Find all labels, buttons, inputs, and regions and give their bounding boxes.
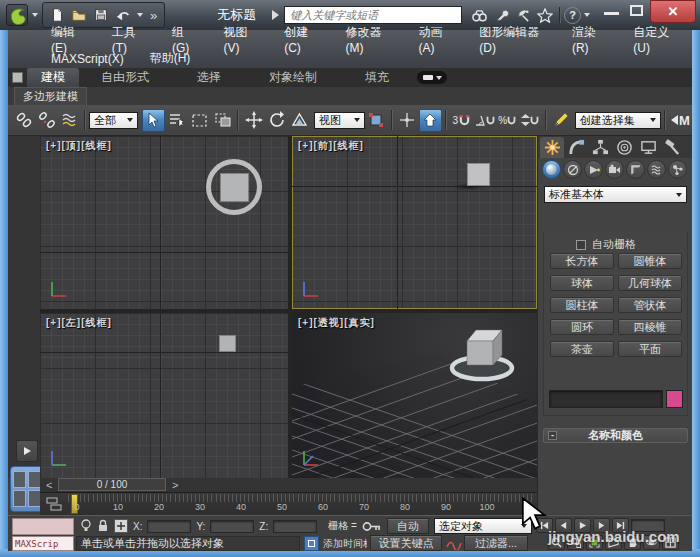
isolate-bulb-icon[interactable]	[80, 519, 92, 533]
ribbon-handle[interactable]	[12, 72, 23, 83]
edit-named-selection-sets-button[interactable]	[550, 109, 573, 132]
menu-edit[interactable]: 编辑(E)	[38, 30, 99, 49]
open-file-button[interactable]	[68, 4, 90, 26]
add-time-tag-label[interactable]: 添加时间标记	[323, 537, 367, 551]
set-key-button[interactable]: 设置关键点	[370, 535, 442, 551]
menu-animation[interactable]: 动画(A)	[405, 30, 466, 49]
menu-rendering[interactable]: 渲染(R)	[559, 30, 620, 49]
menu-modifiers[interactable]: 修改器(M)	[333, 30, 406, 49]
tab-motion[interactable]	[612, 137, 636, 158]
viewport-front[interactable]: [+][前][线框]	[292, 136, 537, 309]
orbit-button[interactable]	[643, 535, 660, 550]
primitive-tube-button[interactable]: 管状体	[618, 297, 682, 313]
z-coordinate-field[interactable]	[273, 520, 317, 533]
name-color-rollout-header[interactable]: - 名称和颜色	[543, 428, 688, 443]
menu-maxscript[interactable]: MAXScript(X)	[38, 49, 137, 68]
y-coordinate-field[interactable]	[210, 520, 254, 533]
category-helpers[interactable]	[626, 160, 645, 179]
select-and-manipulate-button[interactable]	[396, 109, 419, 132]
primitive-pyramid-button[interactable]: 四棱锥	[618, 319, 682, 335]
search-input[interactable]	[284, 6, 462, 24]
logo-caret-icon[interactable]	[32, 13, 38, 17]
tab-create[interactable]	[540, 137, 564, 158]
absolute-mode-icon[interactable]	[114, 519, 128, 533]
category-space-warps[interactable]	[647, 160, 666, 179]
maximize-viewport-toggle-button[interactable]	[662, 535, 679, 550]
select-object-button[interactable]	[142, 109, 165, 132]
tab-display[interactable]	[636, 137, 660, 158]
zoom-all-button[interactable]	[567, 535, 584, 550]
object-name-field[interactable]	[549, 390, 663, 408]
primitive-plane-button[interactable]: 平面	[618, 341, 682, 357]
field-of-view-button[interactable]	[605, 535, 622, 550]
ribbon-tab-modeling[interactable]: 建模	[27, 68, 79, 87]
undo-button[interactable]	[112, 4, 134, 26]
viewport-left-label[interactable]: [+][左][线框]	[46, 316, 112, 330]
viewport-top[interactable]: [+][顶][线框]	[40, 136, 288, 309]
save-file-button[interactable]	[90, 4, 112, 26]
add-time-tag-icon[interactable]	[304, 536, 319, 551]
primitive-cone-button[interactable]: 圆锥体	[618, 253, 682, 269]
viewport-layout-button[interactable]	[10, 466, 44, 512]
frame-next-button[interactable]: >	[172, 479, 178, 491]
select-and-scale-button[interactable]	[288, 109, 311, 132]
primitive-geosphere-button[interactable]: 几何球体	[618, 275, 682, 291]
menu-customize[interactable]: 自定义(U)	[620, 30, 692, 49]
primitive-category-dropdown[interactable]: 标准基本体	[544, 186, 687, 203]
category-geometry[interactable]	[542, 160, 561, 179]
zoom-button[interactable]	[548, 535, 565, 550]
snap-toggle-button[interactable]: 3	[450, 109, 473, 132]
spinner-snap-button[interactable]	[519, 109, 542, 132]
window-crossing-button[interactable]	[211, 109, 234, 132]
primitive-cylinder-button[interactable]: 圆柱体	[550, 297, 614, 313]
menu-tools[interactable]: 工具(T)	[99, 30, 159, 49]
select-and-link-button[interactable]	[12, 109, 35, 132]
zoom-extents-button[interactable]	[586, 535, 603, 550]
viewport-top-label[interactable]: [+][顶][线框]	[46, 139, 112, 153]
menu-help[interactable]: 帮助(H)	[137, 49, 204, 68]
menu-graph-editors[interactable]: 图形编辑器(D)	[466, 30, 559, 49]
category-cameras[interactable]	[605, 160, 624, 179]
new-file-button[interactable]	[46, 4, 68, 26]
mini-trackbar-icon[interactable]	[46, 497, 62, 511]
rollout-collapse-icon[interactable]: -	[548, 431, 557, 440]
filters-button[interactable]: 过滤器...	[464, 535, 528, 551]
autogrid-checkbox[interactable]	[576, 240, 586, 250]
ribbon-tab-selection[interactable]: 选择	[183, 68, 235, 87]
selection-filter-dropdown[interactable]: 全部	[89, 112, 138, 129]
viewport-left[interactable]: [+][左][线框]	[40, 313, 288, 478]
menu-group[interactable]: 组(G)	[159, 30, 210, 49]
selection-lock-icon[interactable]	[97, 519, 109, 533]
workspace-tools-button[interactable]	[490, 4, 512, 26]
viewport-front-label[interactable]: [+][前][线框]	[298, 139, 364, 153]
primitive-box-button[interactable]: 长方体	[550, 253, 614, 269]
keyboard-shortcut-override-button[interactable]	[419, 109, 442, 132]
ribbon-panel-polygon-modeling[interactable]: 多边形建模	[14, 87, 87, 105]
set-key-icon[interactable]	[362, 521, 382, 532]
named-selection-set-dropdown[interactable]: 创建选择集	[575, 112, 661, 129]
ribbon-tab-object-paint[interactable]: 对象绘制	[255, 68, 331, 87]
qat-overflow-button[interactable]: »	[146, 8, 161, 23]
use-center-flyout-button[interactable]	[365, 109, 388, 132]
unlink-selection-button[interactable]	[35, 109, 58, 132]
bind-to-space-warp-button[interactable]	[58, 109, 81, 132]
app-logo-button[interactable]	[6, 4, 28, 26]
object-color-swatch[interactable]	[666, 390, 683, 408]
ribbon-tab-freeform[interactable]: 自由形式	[87, 68, 163, 87]
key-filters-curve-icon[interactable]	[446, 536, 462, 550]
select-by-name-button[interactable]	[165, 109, 188, 132]
maximize-button[interactable]	[630, 5, 643, 16]
maxscript-mini-listener-pink[interactable]	[12, 518, 74, 535]
undo-caret-icon[interactable]	[137, 13, 143, 17]
go-to-end-button[interactable]	[612, 518, 629, 533]
play-animation-button[interactable]	[574, 518, 591, 533]
rectangular-selection-region-button[interactable]	[188, 109, 211, 132]
favorites-button[interactable]	[534, 4, 556, 26]
primitive-sphere-button[interactable]: 球体	[550, 275, 614, 291]
open-mini-curve-editor-button[interactable]	[16, 440, 38, 462]
minimize-button[interactable]	[604, 12, 619, 15]
communication-center-button[interactable]	[512, 4, 534, 26]
angle-snap-button[interactable]	[473, 109, 496, 132]
category-lights[interactable]	[584, 160, 603, 179]
tab-utilities[interactable]	[660, 137, 684, 158]
